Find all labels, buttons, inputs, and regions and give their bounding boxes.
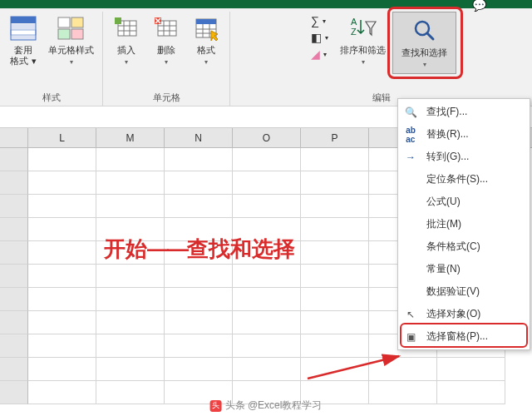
cell[interactable] [96, 241, 165, 265]
cell[interactable] [0, 218, 28, 241]
cell[interactable] [28, 195, 96, 218]
cell[interactable] [96, 288, 165, 311]
cell[interactable] [165, 171, 233, 195]
cell[interactable] [96, 148, 165, 171]
cell[interactable] [233, 218, 301, 241]
menu-conditional-formatting[interactable]: 条件格式(C) [398, 235, 530, 258]
cell[interactable] [0, 358, 28, 381]
menu-goto-special[interactable]: 定位条件(S)... [398, 168, 530, 191]
cell[interactable] [96, 311, 165, 334]
cell[interactable] [233, 241, 301, 265]
cell[interactable] [0, 288, 28, 311]
replace-icon: abac [403, 128, 418, 141]
cell[interactable] [28, 265, 96, 288]
cell[interactable] [437, 358, 505, 381]
cell[interactable] [96, 265, 165, 288]
insert-button[interactable]: 插入▾ [108, 12, 145, 69]
cell[interactable] [301, 218, 369, 241]
cell[interactable] [301, 334, 369, 358]
cell[interactable] [0, 241, 28, 265]
cell[interactable] [301, 148, 369, 171]
cell[interactable] [28, 171, 96, 195]
cell[interactable] [165, 265, 233, 288]
cell[interactable] [28, 358, 96, 381]
cell[interactable] [165, 148, 233, 171]
col-header[interactable]: M [96, 128, 165, 147]
cell[interactable] [28, 148, 96, 171]
cell[interactable] [96, 358, 165, 381]
cell[interactable] [233, 171, 301, 195]
format-button[interactable]: 格式▾ [188, 12, 224, 69]
cell[interactable] [233, 334, 301, 358]
delete-button[interactable]: 删除▾ [148, 12, 185, 69]
cell[interactable] [28, 381, 96, 404]
cell[interactable] [233, 265, 301, 288]
label: 插入 [117, 45, 135, 55]
cell[interactable] [0, 171, 28, 195]
menu-select-objects[interactable]: ↖选择对象(O) [398, 303, 530, 325]
cell[interactable] [28, 218, 96, 241]
col-header[interactable]: N [165, 128, 233, 147]
menu-constants[interactable]: 常量(N) [398, 258, 530, 280]
autosum-button[interactable]: ∑▾ [309, 13, 330, 28]
col-header[interactable]: O [233, 128, 301, 147]
cell[interactable] [369, 381, 437, 404]
cell[interactable] [0, 381, 28, 404]
cell[interactable] [28, 334, 96, 358]
menu-formulas[interactable]: 公式(U) [398, 191, 530, 213]
cell[interactable] [233, 148, 301, 171]
cell[interactable] [96, 195, 165, 218]
cell[interactable] [165, 241, 233, 265]
cell[interactable] [233, 358, 301, 381]
cell[interactable] [96, 381, 165, 404]
cell[interactable] [28, 241, 96, 265]
label: 公式(U) [426, 195, 461, 209]
cell[interactable] [301, 311, 369, 334]
cell[interactable] [0, 265, 28, 288]
cell[interactable] [165, 334, 233, 358]
cell[interactable] [0, 311, 28, 334]
clear-button[interactable]: ◢▾ [309, 47, 330, 62]
col-header[interactable]: P [301, 128, 369, 147]
label: 替换(R)... [426, 127, 469, 141]
col-header[interactable]: L [28, 128, 96, 147]
cell-styles-button[interactable]: 单元格样式▾ [45, 12, 97, 69]
cell[interactable] [165, 311, 233, 334]
cell[interactable] [233, 288, 301, 311]
cell[interactable] [0, 195, 28, 218]
cell[interactable] [165, 195, 233, 218]
find-select-button[interactable]: 查找和选择▾ [392, 12, 456, 74]
cell[interactable] [0, 334, 28, 358]
menu-data-validation[interactable]: 数据验证(V) [398, 280, 530, 303]
cell[interactable] [233, 195, 301, 218]
svg-rect-7 [58, 29, 70, 39]
cell[interactable] [0, 148, 28, 171]
cell[interactable] [301, 195, 369, 218]
cell[interactable] [301, 241, 369, 265]
cell[interactable] [28, 288, 96, 311]
label: 查找和选择 [401, 47, 447, 57]
cell[interactable] [301, 288, 369, 311]
cell[interactable] [233, 311, 301, 334]
fill-button[interactable]: ◧▾ [309, 30, 330, 45]
cell[interactable] [437, 381, 505, 404]
cell[interactable] [165, 288, 233, 311]
menu-goto[interactable]: →转到(G)... [398, 146, 530, 168]
cell[interactable] [301, 171, 369, 195]
cell[interactable] [96, 218, 165, 241]
menu-selection-pane[interactable]: ▣选择窗格(P)... [398, 325, 530, 348]
select-all[interactable] [0, 128, 28, 147]
cell[interactable] [96, 171, 165, 195]
menu-comments[interactable]: 批注(M) [398, 213, 530, 235]
sort-filter-button[interactable]: AZ 排序和筛选▾ [337, 12, 389, 69]
cell[interactable] [165, 218, 233, 241]
menu-replace[interactable]: abac替换(R)... [398, 123, 530, 146]
menu-find[interactable]: 🔍查找(F)... [398, 101, 530, 123]
cell[interactable] [28, 311, 96, 334]
cell[interactable] [96, 334, 165, 358]
cell[interactable] [165, 358, 233, 381]
cell[interactable] [369, 358, 437, 381]
format-as-table-button[interactable]: 套用格式 ▾ [5, 12, 42, 68]
cell[interactable] [301, 358, 369, 381]
cell[interactable] [301, 265, 369, 288]
